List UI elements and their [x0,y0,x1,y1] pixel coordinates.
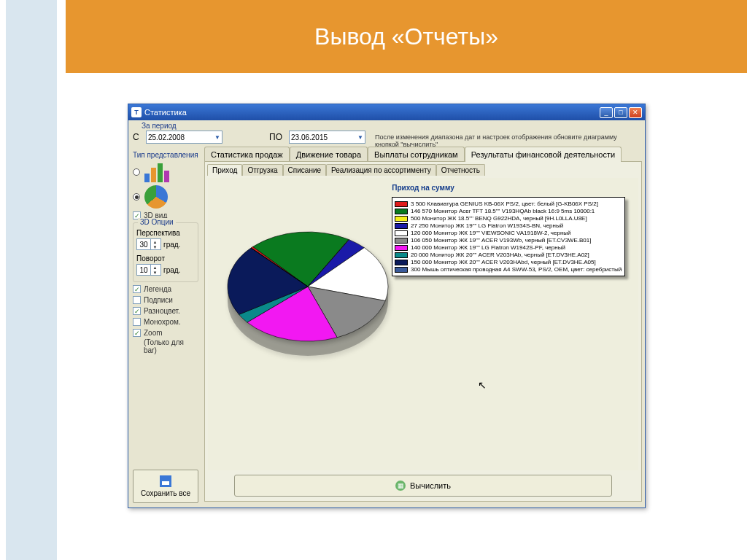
legend-swatch [395,238,408,244]
app-body: За период С 25.02.2008 ▼ ПО 23.06.2015 ▼… [128,120,645,508]
sub-tab-2[interactable]: Списание [283,164,326,176]
legend-item: 3 500 Клавиатура GENIUS KB-06X PS/2, цве… [395,201,622,207]
slide-left-strip [6,0,57,560]
legend-swatch [395,260,408,265]
rotation-stepper[interactable]: ▲▼ [136,264,161,276]
date-from-input[interactable]: 25.02.2008 ▼ [146,131,222,144]
disk-icon [160,475,171,487]
chevron-down-icon[interactable]: ▼ [357,134,363,141]
perspective-label: Перспектива [136,229,195,237]
save-label: Сохранить все [141,489,190,497]
maximize-button[interactable]: □ [614,107,627,118]
date-to-value: 23.06.2015 [291,133,328,141]
legend-label: 20 000 Монитор ЖК 20"" ACER V203HAb, чер… [411,252,589,258]
monochrome-checkbox[interactable]: Монохром. [133,318,198,326]
legend-swatch [395,245,408,251]
legend-label: 120 000 Монитор ЖК 19"" VIEWSONIC VA1918… [411,230,571,236]
legend-item: 120 000 Монитор ЖК 19"" VIEWSONIC VA1918… [395,230,622,236]
opts-3d-title: 3D Опции [138,218,176,226]
chart-panel: Приход на сумму 3 500 Клавиатура GENIUS … [208,178,638,470]
bars-icon [144,162,171,182]
app-window: T Статистика _ □ ✕ За период С 25.02.200… [128,104,646,508]
perspective-stepper[interactable]: ▲▼ [136,238,161,250]
down-arrow-icon[interactable]: ▼ [150,244,159,249]
legend-swatch [395,252,408,258]
legend-item: 106 050 Монитор ЖК 19"" ACER V193Wb, чер… [395,237,622,244]
checkbox-icon [133,329,141,337]
app-icon: T [131,107,142,117]
labels-checkbox[interactable]: Подписи [133,296,198,304]
sub-tab-3[interactable]: Реализация по ассортименту [326,164,436,176]
date-to-input[interactable]: 23.06.2015 ▼ [289,131,365,144]
calc-label: Вычислить [410,481,451,490]
slide: Вывод «Отчеты» T Статистика _ □ ✕ За пер… [0,0,747,560]
chart-type-pie-option[interactable] [133,185,198,209]
titlebar[interactable]: T Статистика _ □ ✕ [128,104,645,120]
down-arrow-icon[interactable]: ▼ [150,270,159,275]
legend-swatch [395,223,408,229]
up-arrow-icon[interactable]: ▲ [150,265,159,270]
legend: 3 500 Клавиатура GENIUS KB-06X PS/2, цве… [392,197,625,276]
chart-type-bars-option[interactable] [133,162,198,182]
main-tab-panel: ПриходОтгрузкаСписаниеРеализация по ассо… [204,161,642,502]
legend-label: 300 Мышь оптическая проводная A4 SWW-53,… [411,266,622,273]
sub-tab-1[interactable]: Отгрузка [242,164,282,176]
perspective-unit: град. [163,241,180,249]
rotation-unit: град. [163,266,180,274]
minimize-button[interactable]: _ [600,107,613,118]
main-tab-2[interactable]: Выплаты сотрудникам [368,147,465,162]
legend-item: 150 000 Монитор ЖК 20"" ACER V203HAbd, ч… [395,259,622,265]
pie-icon [144,185,168,209]
main-tab-0[interactable]: Статистика продаж [204,147,290,162]
legend-swatch [395,267,408,273]
legend-label: 106 050 Монитор ЖК 19"" ACER V193Wb, чер… [411,237,591,244]
sub-tab-0[interactable]: Приход [207,164,242,176]
chart-title: Приход на сумму [208,184,638,192]
window-controls: _ □ ✕ [600,107,642,118]
chevron-down-icon[interactable]: ▼ [214,134,220,141]
main-tabs: Статистика продажДвижение товараВыплаты … [204,147,642,162]
legend-label: 27 250 Монитор ЖК 19"" LG Flatron W1934S… [411,222,563,229]
type-label: Тип представления [133,151,198,159]
zoom-checkbox[interactable]: Zoom [133,329,198,337]
period-row: За период С 25.02.2008 ▼ ПО 23.06.2015 ▼… [133,122,640,147]
checkbox-icon [133,318,141,326]
sub-tab-4[interactable]: Отчетность [436,164,485,176]
to-label: ПО [269,132,282,142]
legend-checkbox[interactable]: Легенда [133,285,198,293]
up-arrow-icon[interactable]: ▲ [150,239,159,244]
slide-title: Вывод «Отчеты» [314,23,498,50]
window-title: Статистика [144,108,187,117]
multicolor-checkbox[interactable]: Разноцвет. [133,307,198,315]
legend-label: 500 Монитор ЖК 18.5"" BENQ G922HDA, черн… [411,215,587,222]
calculator-icon: ▦ [395,481,406,491]
calculate-button[interactable]: ▦ Вычислить [234,475,612,497]
main-tab-3[interactable]: Результаты финансовой деятельности [465,147,622,162]
main-area: Статистика продажДвижение товараВыплаты … [204,147,642,505]
save-all-button[interactable]: Сохранить все [133,470,198,503]
legend-swatch [395,216,408,222]
main-tab-1[interactable]: Движение товара [290,147,368,162]
pie-chart [224,225,392,363]
legend-item: 20 000 Монитор ЖК 20"" ACER V203HAb, чер… [395,252,622,258]
from-label: С [133,132,139,142]
sidebar: Тип представления 3D вид 3D Опции Перспе… [128,147,203,508]
date-from-value: 25.02.2008 [148,133,185,141]
legend-item: 146 570 Монитор Acer TFT 18.5"" V193HQAb… [395,208,622,214]
perspective-value[interactable] [137,241,150,249]
legend-item: 27 250 Монитор ЖК 19"" LG Flatron W1934S… [395,222,622,229]
opts-3d-group: 3D Опции Перспектива ▲▼ град. Поворот ▲▼… [133,222,198,282]
rotation-value[interactable] [137,266,150,274]
legend-swatch [395,230,408,236]
legend-label: 3 500 Клавиатура GENIUS KB-06X PS/2, цве… [411,201,598,207]
close-button[interactable]: ✕ [629,107,642,118]
period-hint: После изменения диапазона дат и настроек… [375,133,640,148]
checkbox-icon [133,285,141,293]
legend-label: 150 000 Монитор ЖК 20"" ACER V203HAbd, ч… [411,259,596,265]
legend-swatch [395,201,408,207]
radio-icon [133,168,140,176]
legend-item: 140 000 Монитор ЖК 19"" LG Flatron W1942… [395,244,622,251]
checkbox-icon [133,307,141,315]
checkbox-icon [133,296,141,304]
legend-label: 140 000 Монитор ЖК 19"" LG Flatron W1942… [411,244,565,251]
